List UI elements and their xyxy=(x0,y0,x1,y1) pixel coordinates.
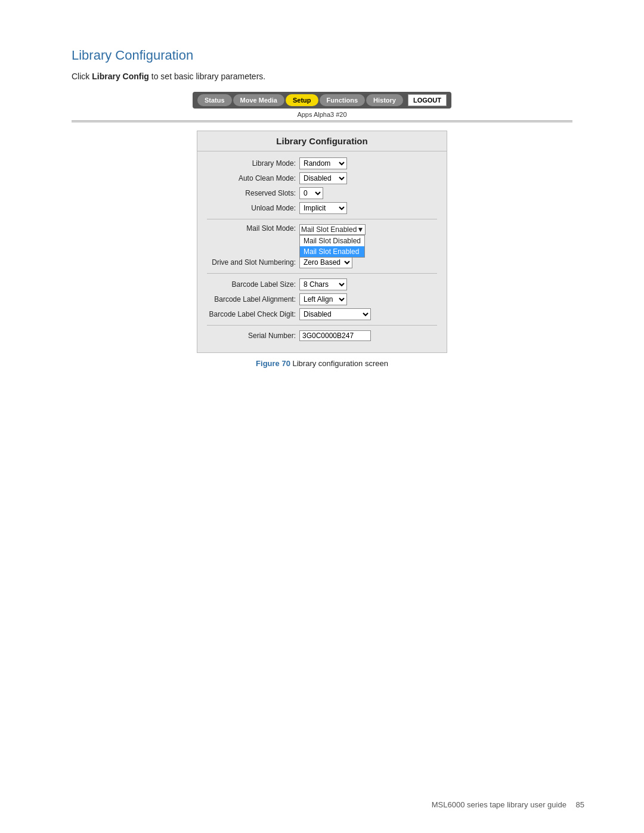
nav-btn-history[interactable]: History xyxy=(366,94,403,106)
intro-paragraph: Click Library Config to set basic librar… xyxy=(72,72,572,81)
figure-caption-text: Library configuration screen xyxy=(293,359,388,368)
navbar-wrapper: Status Move Media Setup Functions Histor… xyxy=(72,92,572,109)
nav-btn-move-media[interactable]: Move Media xyxy=(233,94,284,106)
reserved-slots-row: Reserved Slots: 0 xyxy=(207,187,437,199)
navbar: Status Move Media Setup Functions Histor… xyxy=(193,92,451,109)
barcode-check-digit-row: Barcode Label Check Digit: Disabled xyxy=(207,308,437,320)
config-panel: Library Configuration Library Mode: Rand… xyxy=(197,131,447,353)
mail-slot-mode-label: Mail Slot Mode: xyxy=(207,224,299,233)
divider-3 xyxy=(207,325,437,326)
mail-slot-mode-dropdown-wrapper[interactable]: Mail Slot Enabled ▼ Mail Slot Disabled M… xyxy=(299,224,366,235)
mail-slot-mode-row: Mail Slot Mode: Mail Slot Enabled ▼ Mail… xyxy=(207,224,437,235)
unload-mode-select[interactable]: Implicit xyxy=(299,202,347,214)
serial-number-row: Serial Number: 3G0C0000B247 xyxy=(207,330,437,341)
library-mode-label: Library Mode: xyxy=(207,159,299,168)
barcode-check-digit-select[interactable]: Disabled xyxy=(299,308,371,320)
page-footer: MSL6000 series tape library user guide 8… xyxy=(432,800,584,809)
dd-mail-slot-enabled[interactable]: Mail Slot Enabled xyxy=(300,246,364,257)
mail-slot-mode-value: Mail Slot Enabled xyxy=(301,225,357,234)
nav-btn-setup[interactable]: Setup xyxy=(286,94,318,106)
divider-2 xyxy=(207,273,437,274)
app-label: Apps Alpha3 #20 xyxy=(72,111,572,118)
drive-slot-numbering-row: Drive and Slot Numbering: Zero Based xyxy=(207,256,437,268)
section-divider xyxy=(72,120,572,122)
auto-clean-mode-select[interactable]: Disabled xyxy=(299,172,347,184)
auto-clean-mode-label: Auto Clean Mode: xyxy=(207,174,299,182)
barcode-size-label: Barcode Label Size: xyxy=(207,280,299,289)
page-title: Library Configuration xyxy=(72,48,572,63)
reserved-slots-label: Reserved Slots: xyxy=(207,189,299,197)
barcode-alignment-select[interactable]: Left Align xyxy=(299,293,347,305)
barcode-alignment-row: Barcode Label Alignment: Left Align xyxy=(207,293,437,305)
figure-caption: Figure 70 Library configuration screen xyxy=(72,359,572,368)
drive-slot-numbering-select[interactable]: Zero Based xyxy=(299,256,352,268)
auto-clean-mode-row: Auto Clean Mode: Disabled xyxy=(207,172,437,184)
library-mode-row: Library Mode: Random xyxy=(207,157,437,169)
barcode-size-select[interactable]: 8 Chars xyxy=(299,278,347,290)
divider-1 xyxy=(207,219,437,219)
nav-btn-status[interactable]: Status xyxy=(197,94,232,106)
dd-mail-slot-disabled[interactable]: Mail Slot Disabled xyxy=(300,236,364,246)
logout-button[interactable]: LOGOUT xyxy=(408,94,447,106)
serial-number-label: Serial Number: xyxy=(207,332,299,340)
nav-btn-functions[interactable]: Functions xyxy=(320,94,366,106)
unload-mode-row: Unload Mode: Implicit xyxy=(207,202,437,214)
footer-text: MSL6000 series tape library user guide xyxy=(432,800,566,809)
intro-bold: Library Config xyxy=(92,72,149,81)
unload-mode-label: Unload Mode: xyxy=(207,204,299,212)
config-body: Library Mode: Random Auto Clean Mode: Di… xyxy=(197,151,447,352)
figure-label: Figure 70 xyxy=(256,359,290,368)
mail-slot-mode-popup: Mail Slot Disabled Mail Slot Enabled xyxy=(299,235,365,258)
barcode-alignment-label: Barcode Label Alignment: xyxy=(207,295,299,304)
barcode-check-digit-label: Barcode Label Check Digit: xyxy=(207,310,299,318)
page-number: 85 xyxy=(576,800,584,809)
config-panel-header: Library Configuration xyxy=(197,131,447,151)
drive-slot-numbering-label: Drive and Slot Numbering: xyxy=(207,258,299,267)
serial-number-input[interactable]: 3G0C0000B247 xyxy=(299,330,371,341)
barcode-size-row: Barcode Label Size: 8 Chars xyxy=(207,278,437,290)
reserved-slots-select[interactable]: 0 xyxy=(299,187,323,199)
library-mode-select[interactable]: Random xyxy=(299,157,347,169)
